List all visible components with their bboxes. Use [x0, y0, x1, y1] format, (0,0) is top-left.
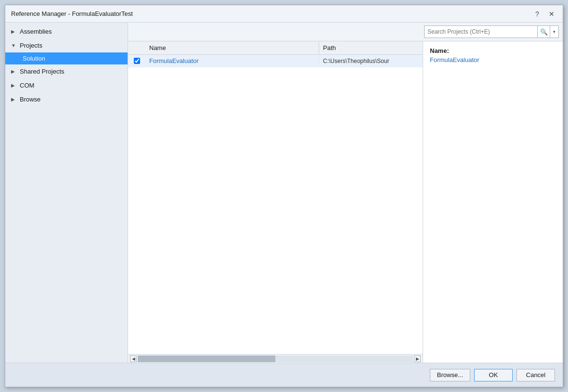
search-input-wrap: 🔍 ▾	[424, 25, 559, 38]
assemblies-arrow-icon: ▶	[11, 29, 18, 34]
close-button[interactable]: ✕	[546, 9, 557, 19]
reference-manager-dialog: Reference Manager - FormulaEvaluatorTest…	[5, 5, 563, 387]
browse-arrow-icon: ▶	[11, 97, 18, 102]
search-dropdown-icon: ▾	[553, 29, 555, 34]
content-area: Name Path FormulaEvaluator C:\Users\Theo…	[128, 41, 563, 363]
row-path: C:\Users\Theophilus\Sour	[319, 58, 423, 64]
title-bar: Reference Manager - FormulaEvaluatorTest…	[5, 5, 563, 23]
row-name: FormulaEvaluator	[145, 57, 319, 64]
row-checkbox-wrap	[128, 58, 145, 64]
detail-panel: Name: FormulaEvaluator	[423, 41, 563, 363]
table-row[interactable]: FormulaEvaluator C:\Users\Theophilus\Sou…	[128, 55, 423, 67]
sidebar-item-com[interactable]: ▶ COM	[5, 78, 128, 92]
dialog-title: Reference Manager - FormulaEvaluatorTest	[11, 10, 133, 17]
footer: Browse... OK Cancel	[5, 363, 563, 387]
scrollbar-track[interactable]	[138, 355, 413, 362]
ok-button[interactable]: OK	[474, 369, 513, 381]
sidebar-item-assemblies-label: Assemblies	[20, 28, 52, 35]
search-bar: 🔍 ▾	[128, 23, 563, 41]
search-dropdown-button[interactable]: ▾	[550, 25, 558, 38]
col-name-header: Name	[145, 41, 319, 54]
close-icon: ✕	[549, 10, 555, 18]
detail-name-label: Name:	[430, 47, 556, 54]
help-icon: ?	[535, 10, 539, 18]
search-input[interactable]	[425, 28, 537, 35]
sidebar: ▶ Assemblies ▼ Projects Solution ▶ Share…	[5, 23, 128, 363]
projects-arrow-icon: ▼	[11, 43, 18, 48]
table-body: FormulaEvaluator C:\Users\Theophilus\Sou…	[128, 55, 423, 354]
shared-projects-arrow-icon: ▶	[11, 69, 18, 74]
scroll-left-button[interactable]: ◀	[130, 355, 137, 362]
sidebar-item-com-label: COM	[20, 82, 34, 89]
sidebar-item-browse[interactable]: ▶ Browse	[5, 92, 128, 106]
search-icon: 🔍	[540, 28, 548, 36]
sidebar-item-shared-projects-label: Shared Projects	[20, 68, 65, 75]
title-bar-right: ? ✕	[532, 9, 557, 19]
scroll-right-icon: ▶	[416, 356, 419, 361]
table-header: Name Path	[128, 41, 423, 55]
sidebar-item-shared-projects[interactable]: ▶ Shared Projects	[5, 64, 128, 78]
detail-name-value: FormulaEvaluator	[430, 56, 556, 63]
com-arrow-icon: ▶	[11, 83, 18, 88]
search-icon-button[interactable]: 🔍	[537, 25, 550, 38]
table-scrollbar-area: ◀ ▶	[128, 354, 423, 363]
cancel-button[interactable]: Cancel	[516, 369, 555, 381]
sidebar-item-projects-label: Projects	[20, 42, 42, 49]
scroll-left-icon: ◀	[132, 356, 135, 361]
row-checkbox[interactable]	[134, 58, 140, 64]
sidebar-item-projects[interactable]: ▼ Projects	[5, 38, 128, 52]
table-area: Name Path FormulaEvaluator C:\Users\Theo…	[128, 41, 423, 363]
scrollbar-thumb	[138, 355, 275, 362]
scroll-right-button[interactable]: ▶	[414, 355, 421, 362]
sidebar-item-solution-label: Solution	[23, 55, 45, 62]
main-content: ▶ Assemblies ▼ Projects Solution ▶ Share…	[5, 23, 563, 363]
sidebar-item-solution[interactable]: Solution	[5, 52, 128, 64]
sidebar-item-browse-label: Browse	[20, 96, 40, 103]
sidebar-item-assemblies[interactable]: ▶ Assemblies	[5, 25, 128, 38]
help-button[interactable]: ?	[532, 9, 542, 19]
title-bar-left: Reference Manager - FormulaEvaluatorTest	[11, 10, 133, 17]
right-panel: 🔍 ▾ Name Path	[128, 23, 563, 363]
col-path-header: Path	[319, 44, 423, 51]
browse-button[interactable]: Browse...	[430, 369, 470, 381]
